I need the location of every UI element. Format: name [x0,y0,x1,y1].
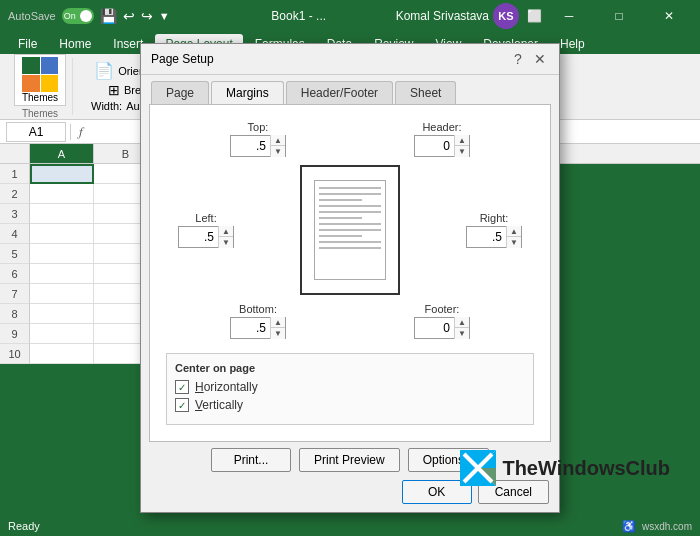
vertically-checkbox[interactable]: ✓ [175,398,189,412]
header-label: Header: [422,121,461,133]
bottom-up-btn[interactable]: ▲ [271,317,285,328]
right-up-btn[interactable]: ▲ [507,226,521,237]
horizontally-row: ✓ HHorizontallyorizontally [175,380,525,394]
page-preview [300,165,400,295]
top-spinner-btns: ▲ ▼ [270,135,285,157]
top-label: Top: [248,121,269,133]
page-line [319,193,381,195]
bottom-label: Bottom: [239,303,277,315]
header-spinner[interactable]: ▲ ▼ [414,135,470,157]
page-line [319,211,381,213]
header-up-btn[interactable]: ▲ [455,135,469,146]
header-spinner-btns: ▲ ▼ [454,135,469,157]
dialog-tab-margins[interactable]: Margins [211,81,284,104]
watermark-logo-icon [460,450,496,486]
dialog-overlay: Page Setup ? ✕ Page Margins Header/Foote… [0,0,700,536]
page-setup-dialog: Page Setup ? ✕ Page Margins Header/Foote… [140,43,560,513]
page-line [319,205,381,207]
watermark: TheWindowsClub [460,450,670,486]
dialog-title-bar: Page Setup ? ✕ [141,44,559,75]
bottom-spinner-btns: ▲ ▼ [270,317,285,339]
page-line [319,241,381,243]
dialog-tabs: Page Margins Header/Footer Sheet [141,75,559,104]
right-margin-group: Right: ▲ ▼ [454,212,534,248]
top-margin-group: Top: ▲ ▼ [230,121,286,157]
dialog-title-icons: ? ✕ [509,50,549,68]
vertically-label: Vertically [195,398,243,412]
center-section: Center on page ✓ HHorizontallyorizontall… [166,353,534,425]
footer-spinner[interactable]: ▲ ▼ [414,317,470,339]
header-down-btn[interactable]: ▼ [455,146,469,157]
left-label: Left: [195,212,216,224]
left-input[interactable] [179,230,218,244]
page-line [319,223,381,225]
dialog-close-button[interactable]: ✕ [531,50,549,68]
left-down-btn[interactable]: ▼ [219,237,233,248]
dialog-title: Page Setup [151,52,214,66]
top-input[interactable] [231,139,270,153]
top-fields-row: Top: ▲ ▼ Header: [166,121,534,157]
footer-spinner-btns: ▲ ▼ [454,317,469,339]
horizontally-checkbox[interactable]: ✓ [175,380,189,394]
left-spinner[interactable]: ▲ ▼ [178,226,234,248]
footer-down-btn[interactable]: ▼ [455,328,469,339]
page-line [319,187,381,189]
footer-margin-group: Footer: ▲ ▼ [414,303,470,339]
bottom-spinner[interactable]: ▲ ▼ [230,317,286,339]
page-preview-inner [314,180,386,280]
page-line [319,199,362,201]
top-down-btn[interactable]: ▼ [271,146,285,157]
watermark-text: TheWindowsClub [502,457,670,480]
page-line [319,229,381,231]
bottom-margin-group: Bottom: ▲ ▼ [230,303,286,339]
page-lines [315,181,385,279]
page-line [319,235,362,237]
bottom-down-btn[interactable]: ▼ [271,328,285,339]
left-spinner-btns: ▲ ▼ [218,226,233,248]
page-line [319,247,381,249]
footer-up-btn[interactable]: ▲ [455,317,469,328]
dialog-tab-sheet[interactable]: Sheet [395,81,456,104]
footer-input[interactable] [415,321,454,335]
right-down-btn[interactable]: ▼ [507,237,521,248]
left-up-btn[interactable]: ▲ [219,226,233,237]
print-preview-button[interactable]: Print Preview [299,448,400,472]
right-input[interactable] [467,230,506,244]
print-button[interactable]: Print... [211,448,291,472]
right-label: Right: [480,212,509,224]
left-margin-group: Left: ▲ ▼ [166,212,246,248]
middle-row: Left: ▲ ▼ [166,165,534,295]
top-up-btn[interactable]: ▲ [271,135,285,146]
page-line [319,217,362,219]
header-input[interactable] [415,139,454,153]
dialog-content: Top: ▲ ▼ Header: [149,104,551,442]
right-spinner-btns: ▲ ▼ [506,226,521,248]
margins-wrapper: Top: ▲ ▼ Header: [166,121,534,425]
right-spinner[interactable]: ▲ ▼ [466,226,522,248]
bottom-fields-row: Bottom: ▲ ▼ Footer: [166,303,534,339]
vertically-row: ✓ Vertically [175,398,525,412]
center-section-title: Center on page [175,362,525,374]
header-margin-group: Header: ▲ ▼ [414,121,470,157]
bottom-input[interactable] [231,321,270,335]
dialog-tab-page[interactable]: Page [151,81,209,104]
top-spinner[interactable]: ▲ ▼ [230,135,286,157]
dialog-help-button[interactable]: ? [509,50,527,68]
footer-label: Footer: [425,303,460,315]
horizontally-label: HHorizontallyorizontally [195,380,258,394]
dialog-tab-header-footer[interactable]: Header/Footer [286,81,393,104]
